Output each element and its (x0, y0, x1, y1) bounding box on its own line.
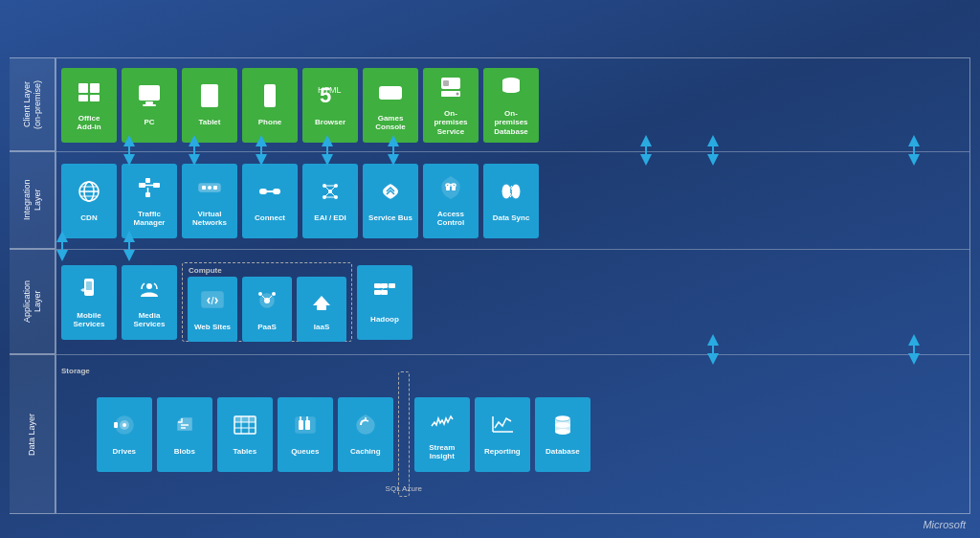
traffic-manager-icon (137, 175, 162, 207)
games-console-label: GamesConsole (375, 114, 406, 131)
tile-iaas[interactable]: IaaS (297, 277, 346, 342)
tile-service-bus[interactable]: Service Bus (363, 164, 418, 238)
tile-traffic-manager[interactable]: TrafficManager (122, 164, 177, 238)
svg-point-21 (395, 92, 398, 95)
database-icon (550, 413, 575, 444)
caching-label: Caching (350, 447, 381, 456)
virtual-networks-icon (197, 175, 222, 207)
service-bus-icon (378, 179, 403, 211)
tile-paas[interactable]: PaaS (242, 277, 292, 342)
svg-rect-37 (145, 192, 150, 197)
media-services-label: MediaServices (134, 311, 166, 328)
tile-hadoop[interactable]: Hadoop (357, 265, 412, 340)
tiles-area: OfficeAdd-in PC Tablet (56, 57, 970, 514)
svg-rect-42 (202, 186, 206, 190)
tile-tables[interactable]: Tables (217, 397, 273, 472)
tile-drives[interactable]: Drives (97, 397, 152, 472)
svg-point-108 (555, 422, 570, 428)
svg-rect-23 (443, 80, 449, 86)
svg-point-11 (269, 103, 272, 106)
tile-browser[interactable]: 5HTML Browser (302, 68, 358, 143)
web-sites-icon (200, 288, 225, 320)
tile-eai-edi[interactable]: EAI / EDI (302, 164, 358, 238)
tile-phone[interactable]: Phone (242, 68, 298, 143)
svg-text:HTML: HTML (318, 85, 342, 95)
tile-data-sync[interactable]: Data Sync (483, 164, 539, 238)
svg-rect-34 (139, 183, 145, 188)
stream-insight-icon (430, 409, 455, 440)
tile-stream-insight[interactable]: StreamInsight (414, 397, 470, 472)
phone-label: Phone (258, 118, 281, 126)
svg-point-75 (258, 292, 262, 296)
svg-rect-83 (381, 290, 388, 295)
browser-label: Browser (315, 118, 345, 126)
tile-virtual-networks[interactable]: VirtualNetworks (182, 164, 237, 238)
tile-office-addin[interactable]: OfficeAdd-in (61, 68, 117, 143)
svg-rect-12 (267, 87, 273, 88)
queues-icon (293, 413, 318, 444)
browser-icon: 5HTML (318, 83, 343, 115)
blobs-label: Blobs (174, 447, 195, 456)
svg-rect-45 (259, 189, 267, 194)
svg-rect-3 (90, 95, 100, 101)
cdn-icon (77, 179, 101, 211)
compute-group-label: Compute (189, 266, 222, 275)
svg-rect-100 (299, 420, 303, 430)
client-layer-label: Client Layer(on-premise) (10, 57, 56, 151)
tile-reporting[interactable]: Reporting (475, 397, 530, 472)
caching-icon (353, 413, 378, 444)
tile-queues[interactable]: Queues (278, 397, 333, 472)
svg-line-56 (330, 191, 336, 197)
access-control-label: AccessControl (437, 210, 464, 227)
tile-database[interactable]: Database (535, 397, 590, 472)
svg-point-106 (555, 429, 570, 435)
tile-cdn[interactable]: CDN (61, 164, 117, 238)
tile-web-sites[interactable]: Web Sites (188, 277, 237, 342)
svg-rect-5 (145, 101, 153, 104)
svg-point-76 (272, 292, 276, 296)
svg-point-28 (502, 87, 520, 93)
client-row: OfficeAdd-in PC Tablet (56, 58, 969, 152)
microsoft-logo: Microsoft (923, 519, 966, 530)
tile-caching[interactable]: Caching (338, 397, 393, 472)
svg-point-25 (457, 93, 459, 96)
svg-point-89 (122, 423, 126, 427)
tablet-icon (197, 83, 222, 115)
tile-games-console[interactable]: GamesConsole (363, 68, 418, 143)
office-addin-label: OfficeAdd-in (77, 114, 100, 131)
on-premises-database-icon (499, 75, 523, 106)
tablet-label: Tablet (199, 118, 221, 126)
svg-rect-101 (305, 420, 310, 430)
cdn-label: CDN (80, 213, 97, 222)
svg-rect-1 (90, 83, 100, 93)
tile-access-control[interactable]: AccessControl (423, 164, 479, 238)
integration-layer-label: IntegrationLayer (10, 151, 56, 249)
tile-mobile-services[interactable]: MobileServices (61, 265, 117, 340)
virtual-networks-label: VirtualNetworks (192, 210, 227, 227)
svg-rect-35 (153, 183, 160, 188)
traffic-manager-label: TrafficManager (134, 210, 166, 227)
tile-connect[interactable]: Connect (242, 164, 298, 238)
tile-pc[interactable]: PC (122, 68, 177, 143)
svg-rect-60 (446, 186, 450, 191)
svg-point-8 (209, 103, 212, 106)
tables-icon (233, 413, 257, 444)
data-sync-label: Data Sync (493, 213, 530, 222)
svg-point-20 (392, 90, 395, 93)
paas-icon (255, 288, 279, 320)
pc-icon (137, 83, 162, 115)
tile-on-premises-database[interactable]: On-premisesDatabase (483, 68, 539, 143)
tile-blobs[interactable]: Blobs (157, 397, 212, 472)
svg-rect-6 (143, 104, 156, 106)
tile-tablet[interactable]: Tablet (182, 68, 237, 143)
hadoop-icon (372, 280, 397, 312)
application-layer-label: ApplicationLayer (10, 249, 56, 354)
svg-rect-17 (383, 88, 385, 92)
pc-label: PC (144, 118, 154, 126)
data-row: Storage Drives Blobs Tables (56, 355, 969, 513)
tile-media-services[interactable]: MediaServices (122, 265, 177, 340)
tile-on-premises-service[interactable]: On-premisesService (423, 68, 479, 143)
svg-point-44 (208, 186, 212, 190)
connect-icon (257, 179, 282, 211)
drives-label: Drives (113, 447, 136, 456)
